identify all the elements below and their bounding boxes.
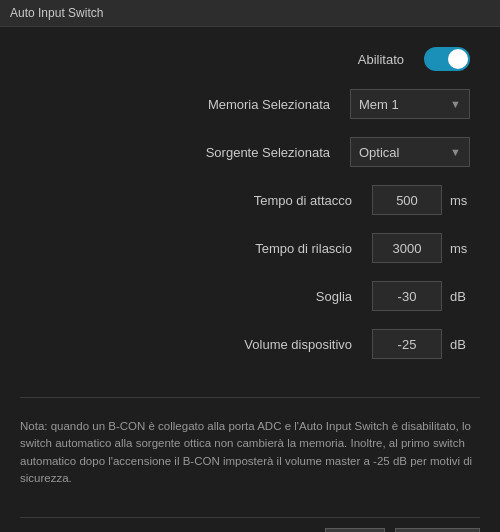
unit-attacco: ms [450,193,470,208]
control-memoria: Mem 1 ▼ [350,89,470,119]
chevron-down-icon: ▼ [450,98,461,110]
chevron-down-icon-sorgente: ▼ [450,146,461,158]
row-abilitato: Abilitato [30,47,470,71]
ok-button[interactable]: Ok [325,528,385,532]
cancel-button[interactable]: Annulla [395,528,480,532]
toggle-abilitato[interactable] [424,47,470,71]
label-rilascio: Tempo di rilascio [30,241,352,256]
label-memoria: Memoria Selezionata [30,97,330,112]
input-rilascio[interactable]: 3000 [372,233,442,263]
input-attacco[interactable]: 500 [372,185,442,215]
control-volume: -25 dB [372,329,470,359]
dropdown-sorgente[interactable]: Optical ▼ [350,137,470,167]
control-rilascio: 3000 ms [372,233,470,263]
input-soglia[interactable]: -30 [372,281,442,311]
row-rilascio: Tempo di rilascio 3000 ms [30,233,470,263]
divider [20,397,480,398]
dropdown-memoria[interactable]: Mem 1 ▼ [350,89,470,119]
row-soglia: Soglia -30 dB [30,281,470,311]
input-volume[interactable]: -25 [372,329,442,359]
row-attacco: Tempo di attacco 500 ms [30,185,470,215]
label-abilitato: Abilitato [30,52,404,67]
control-soglia: -30 dB [372,281,470,311]
label-sorgente: Sorgente Selezionata [30,145,330,160]
unit-volume: dB [450,337,470,352]
control-sorgente: Optical ▼ [350,137,470,167]
unit-soglia: dB [450,289,470,304]
window-title: Auto Input Switch [10,6,103,20]
control-attacco: 500 ms [372,185,470,215]
dropdown-sorgente-value: Optical [359,145,399,160]
button-row: Ok Annulla [0,518,500,532]
row-volume: Volume dispositivo -25 dB [30,329,470,359]
label-volume: Volume dispositivo [30,337,352,352]
dropdown-memoria-value: Mem 1 [359,97,399,112]
row-sorgente: Sorgente Selezionata Optical ▼ [30,137,470,167]
label-attacco: Tempo di attacco [30,193,352,208]
main-content: Abilitato Memoria Selezionata Mem 1 ▼ So… [0,27,500,397]
title-bar: Auto Input Switch [0,0,500,27]
control-abilitato [424,47,470,71]
label-soglia: Soglia [30,289,352,304]
note-text: Nota: quando un B-CON è collegato alla p… [20,408,480,497]
unit-rilascio: ms [450,241,470,256]
row-memoria: Memoria Selezionata Mem 1 ▼ [30,89,470,119]
